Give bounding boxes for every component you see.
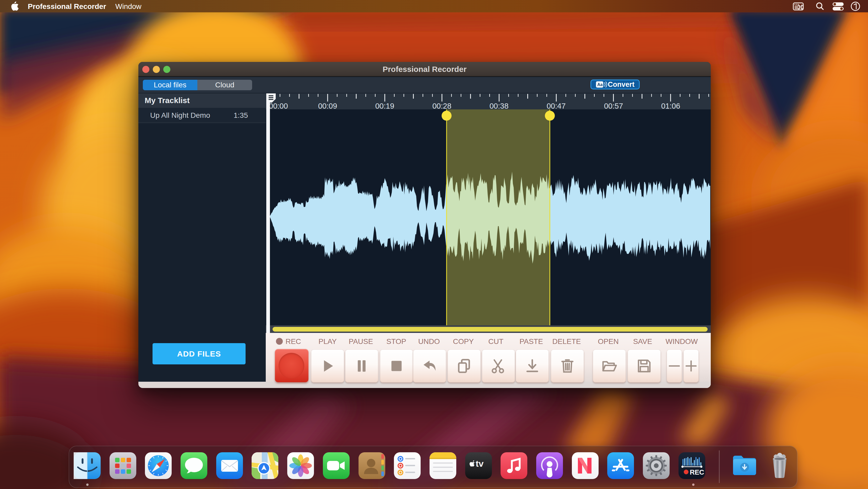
svg-text:REC: REC bbox=[690, 468, 704, 476]
svg-text:tv: tv bbox=[476, 459, 484, 468]
svg-text:Aa: Aa bbox=[597, 82, 603, 87]
